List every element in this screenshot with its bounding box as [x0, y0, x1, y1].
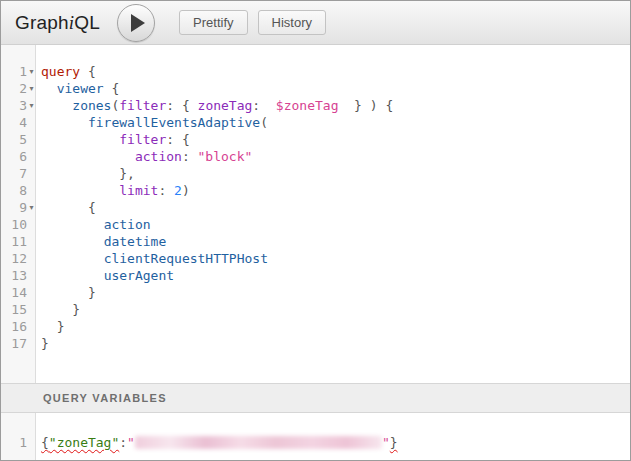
gutter-cell: 6: [1, 148, 36, 165]
code-line[interactable]: 10 action: [1, 216, 630, 233]
gutter-cell: 4: [1, 114, 36, 131]
fold-arrow-icon[interactable]: ▾: [27, 97, 36, 114]
code-line[interactable]: 15 }: [1, 301, 630, 318]
code-line[interactable]: 16 }: [1, 318, 630, 335]
token-punc: [41, 149, 135, 164]
play-icon: [131, 14, 145, 32]
code-text: firewallEventsAdaptive(: [36, 114, 268, 131]
gutter-cell: 16: [1, 318, 36, 335]
code-text: limit: 2): [36, 182, 190, 199]
code-line[interactable]: 13 userAgent: [1, 267, 630, 284]
line-number: 1: [1, 434, 27, 451]
token-punc: [41, 183, 119, 198]
token-prop: viewer: [57, 81, 104, 96]
gutter-cell: 12: [1, 250, 36, 267]
query-code: 1▾query {2▾ viewer {3▾ zones(filter: { z…: [1, 45, 630, 352]
token-punc: (: [260, 115, 268, 130]
token-punc: }: [390, 435, 398, 450]
line-number: 15: [1, 301, 27, 318]
token-punc: [41, 251, 104, 266]
prettify-button[interactable]: Prettify: [179, 10, 247, 35]
gutter-cell: 5: [1, 131, 36, 148]
code-line[interactable]: 6 action: "block": [1, 148, 630, 165]
token-attr: filter: [119, 132, 166, 147]
token-punc: [41, 217, 104, 232]
code-line[interactable]: 5 filter: {: [1, 131, 630, 148]
execute-query-button[interactable]: [117, 4, 155, 42]
token-punc: ): [182, 183, 190, 198]
query-variables-title: QUERY VARIABLES: [43, 392, 167, 404]
fold-spacer: [27, 148, 36, 165]
token-prop: clientRequestHTTPHost: [104, 251, 268, 266]
fold-spacer: [27, 131, 36, 148]
code-text: viewer {: [36, 80, 119, 97]
token-punc: }: [41, 302, 80, 317]
code-line[interactable]: 1{"zoneTag":""}: [1, 434, 630, 451]
gutter-cell: 3▾: [1, 97, 36, 114]
fold-arrow-icon[interactable]: ▾: [27, 63, 36, 80]
code-line[interactable]: 9▾ {: [1, 199, 630, 216]
gutter-cell: 1: [1, 434, 36, 451]
token-punc: : {: [166, 98, 197, 113]
line-number: 8: [1, 182, 27, 199]
token-num: 2: [174, 183, 182, 198]
token-punc: [41, 98, 72, 113]
graphiql-logo: GraphiQL: [15, 12, 100, 34]
token-punc: :: [252, 98, 275, 113]
line-number: 11: [1, 233, 27, 250]
code-line[interactable]: 11 datetime: [1, 233, 630, 250]
gutter-cell: 11: [1, 233, 36, 250]
code-line[interactable]: 8 limit: 2): [1, 182, 630, 199]
query-variables-editor[interactable]: 1{"zoneTag":""}: [1, 413, 630, 460]
code-line[interactable]: 12 clientRequestHTTPHost: [1, 250, 630, 267]
gutter-cell: 17: [1, 335, 36, 352]
token-punc: {: [41, 435, 49, 450]
line-number: 2: [1, 80, 27, 97]
query-editor[interactable]: 1▾query {2▾ viewer {3▾ zones(filter: { z…: [1, 45, 630, 383]
gutter-cell: 9▾: [1, 199, 36, 216]
code-line[interactable]: 2▾ viewer {: [1, 80, 630, 97]
fold-spacer: [27, 318, 36, 335]
token-punc: [41, 234, 104, 249]
fold-spacer: [27, 301, 36, 318]
code-text: }: [36, 335, 49, 352]
code-text: filter: {: [36, 131, 190, 148]
code-text: },: [36, 165, 135, 182]
fold-arrow-icon[interactable]: ▾: [27, 80, 36, 97]
variables-code: 1{"zoneTag":""}: [1, 413, 630, 451]
code-line[interactable]: 3▾ zones(filter: { zoneTag: $zoneTag } )…: [1, 97, 630, 114]
token-punc: {: [80, 64, 96, 79]
history-button[interactable]: History: [258, 10, 326, 35]
fold-spacer: [27, 434, 36, 451]
redacted-zone-tag-value: [135, 436, 382, 449]
code-text: userAgent: [36, 267, 174, 284]
code-text: datetime: [36, 233, 166, 250]
line-number: 9: [1, 199, 27, 216]
gutter-cell: 15: [1, 301, 36, 318]
token-punc: : {: [166, 132, 189, 147]
code-line[interactable]: 7 },: [1, 165, 630, 182]
fold-spacer: [27, 114, 36, 131]
logo-text: Graph: [15, 12, 69, 33]
token-punc: [41, 81, 57, 96]
token-kw: query: [41, 64, 80, 79]
token-str: ": [127, 435, 135, 450]
fold-arrow-icon[interactable]: ▾: [27, 199, 36, 216]
token-prop: zones: [72, 98, 111, 113]
query-variables-title-bar[interactable]: QUERY VARIABLES: [1, 383, 630, 413]
code-line[interactable]: 14 }: [1, 284, 630, 301]
code-line[interactable]: 4 firewallEventsAdaptive(: [1, 114, 630, 131]
fold-spacer: [27, 284, 36, 301]
gutter-cell: 2▾: [1, 80, 36, 97]
code-line[interactable]: 1▾query {: [1, 63, 630, 80]
fold-spacer: [27, 233, 36, 250]
code-line[interactable]: 17}: [1, 335, 630, 352]
line-number: 3: [1, 97, 27, 114]
token-attr: zoneTag: [198, 98, 253, 113]
token-punc: [41, 268, 104, 283]
line-number: 10: [1, 216, 27, 233]
graphiql-window: GraphiQL Prettify History 1▾query {2▾ vi…: [0, 0, 631, 461]
line-number: 16: [1, 318, 27, 335]
token-prop: action: [104, 217, 151, 232]
token-punc: :: [158, 183, 174, 198]
